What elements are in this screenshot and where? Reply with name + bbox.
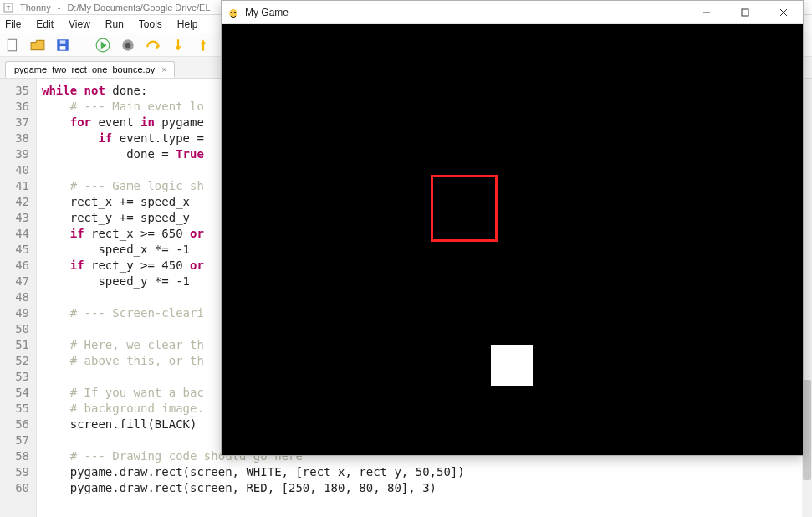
new-file-icon[interactable] (5, 38, 20, 53)
line-number: 49 (3, 305, 29, 321)
line-number: 40 (3, 162, 29, 178)
line-number: 56 (3, 417, 29, 433)
editor-tab-active[interactable]: pygame_two_rect_one_bounce.py × (5, 61, 175, 78)
line-number: 46 (3, 258, 29, 274)
svg-rect-4 (60, 46, 66, 50)
window-minimize-button[interactable] (687, 1, 726, 23)
game-canvas (222, 24, 803, 455)
menu-view[interactable]: View (69, 18, 90, 30)
editor-tab-label: pygame_two_rect_one_bounce.py (14, 64, 155, 74)
line-number: 51 (3, 337, 29, 353)
ide-title-path: D:/My Documents/Google Drive/EL (67, 3, 210, 13)
line-number: 42 (3, 194, 29, 210)
svg-text:T: T (7, 4, 11, 12)
game-window-title: My Game (245, 7, 687, 18)
line-number: 39 (3, 146, 29, 162)
line-number: 55 (3, 401, 29, 417)
step-over-icon[interactable] (146, 38, 161, 53)
line-number: 41 (3, 178, 29, 194)
svg-point-19 (234, 12, 236, 13)
line-number: 60 (3, 480, 29, 496)
ide-title-sep: - (58, 3, 61, 13)
menu-tools[interactable]: Tools (139, 18, 162, 30)
thonny-icon: T (3, 3, 13, 13)
run-icon[interactable] (95, 38, 110, 53)
line-number: 48 (3, 289, 29, 305)
scrollbar-thumb[interactable] (803, 380, 811, 480)
save-icon[interactable] (55, 38, 70, 53)
line-number: 43 (3, 210, 29, 226)
line-number: 53 (3, 369, 29, 385)
line-number: 38 (3, 131, 29, 146)
line-number: 57 (3, 433, 29, 448)
svg-point-9 (125, 42, 131, 48)
pygame-window: My Game (221, 0, 804, 456)
svg-point-17 (229, 9, 237, 18)
line-number-gutter: 3536373839404142434445464748495051525354… (0, 79, 37, 517)
line-number: 58 (3, 448, 29, 464)
line-number: 54 (3, 385, 29, 401)
line-number: 37 (3, 115, 29, 131)
svg-rect-21 (742, 9, 748, 16)
svg-rect-2 (8, 39, 16, 51)
red-rectangle (431, 175, 498, 242)
svg-rect-5 (60, 40, 66, 43)
line-number: 36 (3, 99, 29, 115)
line-number: 45 (3, 242, 29, 258)
code-line[interactable]: pygame.draw.rect(screen, RED, [250, 180,… (42, 480, 804, 496)
window-close-button[interactable] (764, 1, 803, 23)
svg-marker-12 (201, 39, 207, 44)
line-number: 47 (3, 274, 29, 289)
line-number: 50 (3, 321, 29, 337)
svg-point-18 (231, 12, 232, 13)
menu-help[interactable]: Help (177, 18, 198, 30)
tab-close-icon[interactable]: × (161, 64, 166, 74)
menu-edit[interactable]: Edit (36, 18, 54, 30)
line-number: 52 (3, 353, 29, 369)
line-number: 44 (3, 226, 29, 242)
menu-file[interactable]: File (5, 18, 21, 30)
pygame-icon (227, 6, 240, 19)
window-maximize-button[interactable] (726, 1, 764, 23)
menu-run[interactable]: Run (105, 18, 124, 30)
ide-title-app: Thonny (20, 3, 51, 13)
code-line[interactable]: pygame.draw.rect(screen, WHITE, [rect_x,… (42, 464, 804, 480)
line-number: 59 (3, 464, 29, 480)
debug-icon[interactable] (120, 38, 135, 53)
white-rectangle (491, 345, 533, 386)
line-number: 35 (3, 83, 29, 99)
game-titlebar[interactable]: My Game (222, 1, 803, 24)
open-file-icon[interactable] (30, 38, 45, 53)
step-out-icon[interactable] (196, 38, 211, 53)
svg-marker-11 (176, 46, 181, 51)
step-into-icon[interactable] (171, 38, 186, 53)
